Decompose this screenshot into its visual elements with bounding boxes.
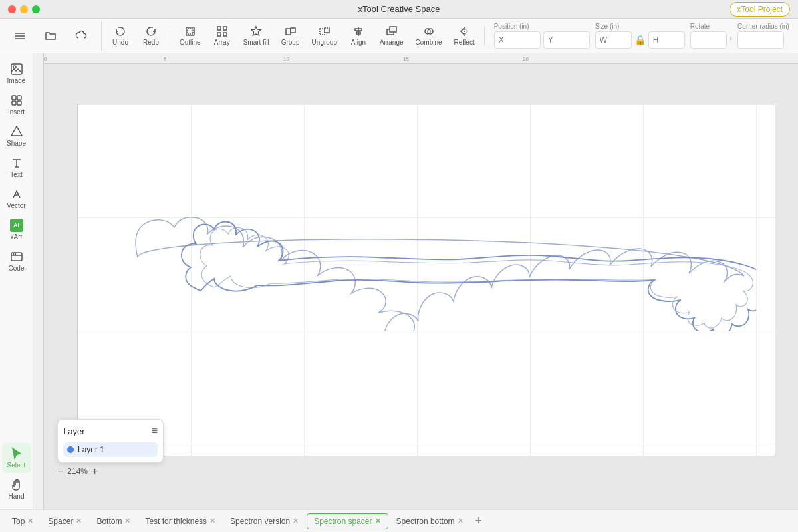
sidebar-item-vector[interactable]: Vector [2,184,31,213]
svg-point-22 [13,66,16,68]
combine-icon [423,25,435,37]
reflect-icon [458,25,470,37]
sidebar-item-insert[interactable]: Insert [2,90,31,120]
redo-icon [145,25,157,37]
size-inputs: 🔒 [595,31,685,49]
shape-icon [10,125,23,138]
svg-point-29 [13,254,13,255]
undo-button[interactable]: Undo [106,21,135,51]
tab-spectron-spacer[interactable]: Spectron spacer ✕ [307,513,388,529]
layer-menu-button[interactable]: ≡ [152,425,158,437]
position-inputs [494,31,590,49]
sidebar-item-xart[interactable]: AI xArt [2,215,31,245]
tab-spacer-close[interactable]: ✕ [76,517,82,525]
ruler-horizontal: 0 5 10 15 20 [33,53,798,64]
group-icon [285,25,297,37]
bottom-tabs: Top ✕ Spacer ✕ Bottom ✕ Test for thickne… [0,509,798,532]
svg-rect-10 [291,28,295,33]
svg-marker-27 [11,126,22,136]
zoom-bar: − 214% + [57,466,98,477]
ruler-vertical [33,53,44,509]
tab-spectron-version-close[interactable]: ✕ [293,517,299,525]
ungroup-button[interactable]: Ungroup [307,21,342,51]
title-bar: xTool Creative Space xTool Project [0,0,798,19]
arrange-button[interactable]: Arrange [374,21,409,51]
tab-spacer[interactable]: Spacer ✕ [41,514,88,529]
hand-icon [10,478,23,491]
tab-spectron-version[interactable]: Spectron version ✕ [223,514,305,529]
reflect-button[interactable]: Reflect [449,21,480,51]
menu-button[interactable] [5,21,35,51]
canvas-wrapper[interactable]: 0 5 10 15 20 [33,53,798,509]
size-w-input[interactable] [595,31,632,49]
position-x-input[interactable] [494,31,541,49]
arrange-icon [386,25,398,37]
redo-button[interactable]: Redo [136,21,166,51]
close-button[interactable] [8,5,16,13]
sidebar-item-shape[interactable]: Shape [2,121,31,151]
sidebar-item-code[interactable]: Code [2,246,31,276]
corner-radius-input[interactable] [737,31,784,49]
svg-rect-7 [217,33,221,36]
canvas-content[interactable]: Layer ≡ Layer 1 − 214% + [44,64,798,509]
svg-rect-11 [320,29,325,35]
tab-bottom[interactable]: Bottom ✕ [90,514,137,529]
tab-bottom-close[interactable]: ✕ [124,517,130,525]
xart-icon: AI [10,219,23,232]
add-tab-button[interactable]: + [471,513,487,529]
xtool-project-button[interactable]: xTool Project [730,2,790,17]
cloud-button[interactable] [66,21,96,51]
files-button[interactable] [36,21,65,51]
svg-rect-12 [325,28,329,33]
size-h-input[interactable] [648,31,685,49]
outline-icon [184,25,196,37]
lock-icon: 🔒 [634,31,646,49]
layer-panel-title: Layer [63,426,85,436]
tab-top[interactable]: Top ✕ [5,514,40,529]
smart-fill-button[interactable]: Smart fill [238,21,275,51]
corner-radius-group: Corner radius (in) [737,23,789,49]
ungroup-icon [319,25,331,37]
fullscreen-button[interactable] [32,5,40,13]
tab-test-thickness[interactable]: Test for thickness ✕ [138,514,222,529]
code-icon [10,250,23,263]
array-button[interactable]: Array [207,21,237,51]
svg-rect-6 [223,27,227,30]
tab-spectron-bottom-close[interactable]: ✕ [458,517,464,525]
sidebar-item-image[interactable]: Image [2,59,31,88]
sidebar-item-hand[interactable]: Hand [2,474,31,504]
zoom-in-button[interactable]: + [92,466,98,477]
rotate-input[interactable] [690,31,727,49]
svg-rect-8 [223,33,227,36]
minimize-button[interactable] [20,5,28,13]
rotate-label: Rotate [690,23,732,30]
align-icon [352,25,364,37]
undo-icon [114,25,126,37]
tab-spectron-spacer-close[interactable]: ✕ [375,517,381,525]
sidebar-item-select[interactable]: Select [2,443,31,473]
combine-button[interactable]: Combine [410,21,448,51]
sidebar-item-text[interactable]: Text [2,152,31,182]
vector-icon [10,188,23,201]
svg-rect-17 [390,27,396,32]
tab-spectron-bottom[interactable]: Spectron bottom ✕ [390,514,470,529]
align-button[interactable]: Align [344,21,373,51]
zoom-out-button[interactable]: − [57,466,63,477]
tab-test-thickness-close[interactable]: ✕ [209,517,215,525]
array-icon [216,25,228,37]
shape-container[interactable] [98,184,756,331]
position-y-input[interactable] [543,31,590,49]
corner-radius-label: Corner radius (in) [737,23,789,30]
folder-icon [45,30,57,42]
position-fields: Position (in) Size (in) 🔒 Rotate ° Corne… [494,23,789,49]
layer-item[interactable]: Layer 1 [63,442,158,457]
group-button[interactable]: Group [276,21,305,51]
canvas-page [77,104,775,456]
layer-name: Layer 1 [78,445,104,454]
svg-rect-23 [12,96,16,100]
outline-button[interactable]: Outline [174,21,206,51]
separator-1 [170,26,170,46]
tab-top-close[interactable]: ✕ [27,517,33,525]
app-title: xTool Creative Space [358,4,440,14]
layer-panel: Layer ≡ Layer 1 [57,419,164,463]
